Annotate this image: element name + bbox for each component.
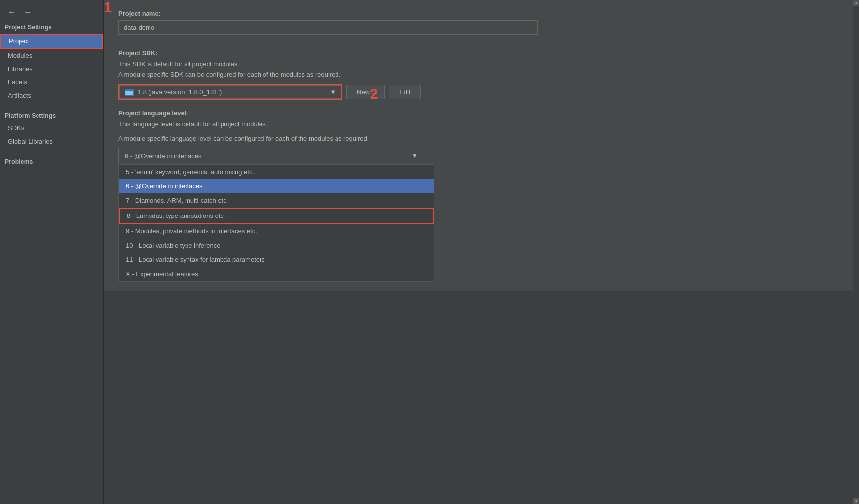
sdk-dropdown[interactable]: 1.8 (java version "1.8.0_131") ▼ [119, 85, 341, 99]
lang-level-dropdown-list: 5 - 'enum' keyword, generics, autoboxing… [118, 164, 434, 282]
svg-rect-2 [126, 92, 133, 95]
project-name-label: Project name: [118, 10, 838, 17]
sdk-controls: 2 1.8 (java version "1.8.0_131") ▼ [118, 84, 838, 100]
sdk-dropdown-arrow-icon: ▼ [330, 88, 336, 96]
sdk-value: 1.8 (java version "1.8.0_131") [138, 88, 222, 96]
lang-option-9[interactable]: 9 - Modules, private methods in interfac… [119, 224, 434, 238]
sdk-edit-button[interactable]: Edit [389, 85, 420, 99]
lang-option-10[interactable]: 10 - Local variable type inference [119, 238, 434, 252]
lang-level-selected-value: 6 - @Override in interfaces [125, 152, 202, 160]
lang-option-8[interactable]: 8 - Lambdas, type annotations etc. [119, 208, 434, 224]
sidebar-item-facets[interactable]: Facets [0, 75, 103, 89]
lang-option-5[interactable]: 5 - 'enum' keyword, generics, autoboxing… [119, 165, 434, 179]
lang-level-label: Project language level: [118, 109, 838, 117]
scroll-up-button[interactable]: ▲ [853, 0, 859, 6]
lang-option-6[interactable]: 6 - @Override in interfaces [119, 179, 434, 193]
sidebar-item-project[interactable]: Project [0, 34, 103, 49]
scroll-down-button[interactable]: ▼ [853, 498, 859, 504]
lang-level-desc1: This language level is default for all p… [118, 120, 838, 129]
sdk-section: Project SDK: This SDK is default for all… [118, 49, 838, 100]
sdk-dropdown-wrapper: 1.8 (java version "1.8.0_131") ▼ [118, 84, 342, 100]
project-settings-section-label: Project Settings [0, 23, 103, 34]
sidebar-item-libraries[interactable]: Libraries [0, 62, 103, 75]
nav-back-button[interactable]: ← [5, 7, 19, 18]
sidebar-item-modules[interactable]: Modules [0, 49, 103, 62]
sdk-desc1: This SDK is default for all project modu… [118, 60, 838, 69]
lang-option-11[interactable]: 11 - Local variable syntax for lambda pa… [119, 252, 434, 267]
nav-back-forward: ← → [0, 4, 103, 23]
main-content: 1 Project name: Project SDK: This SDK is… [104, 0, 853, 291]
platform-settings-section-label: Platform Settings [0, 108, 103, 121]
right-scrollbar: ▲ ▼ [853, 0, 859, 504]
sidebar-item-sdks[interactable]: SDKs [0, 121, 103, 135]
lang-dropdown-arrow-icon: ▼ [412, 152, 418, 159]
sidebar-item-global-libraries[interactable]: Global Libraries [0, 135, 103, 148]
sdk-label: Project SDK: [118, 49, 838, 57]
sdk-desc2: A module specific SDK can be configured … [118, 71, 838, 79]
problems-section-label: Problems [0, 154, 103, 167]
sidebar-item-artifacts[interactable]: Artifacts [0, 89, 103, 102]
main-content-wrapper: 1 Project name: Project SDK: This SDK is… [104, 0, 853, 504]
step-2-badge: 2 [370, 86, 378, 101]
sdk-folder-icon [125, 89, 134, 96]
lang-option-7[interactable]: 7 - Diamonds, ARM, multi-catch etc. [119, 193, 434, 208]
nav-forward-button[interactable]: → [21, 7, 35, 18]
sdk-new-button[interactable]: New... [346, 85, 385, 99]
sidebar: ← → Project Settings Project Modules Lib… [0, 0, 104, 504]
project-name-input[interactable] [118, 20, 538, 35]
lang-level-dropdown[interactable]: 6 - @Override in interfaces ▼ [118, 148, 424, 164]
step-1-badge: 1 [104, 0, 112, 15]
lang-option-x[interactable]: X - Experimental features [119, 267, 434, 281]
lang-level-section: Project language level: This language le… [118, 109, 838, 281]
lang-level-desc2: A module specific language level can be … [118, 134, 838, 143]
